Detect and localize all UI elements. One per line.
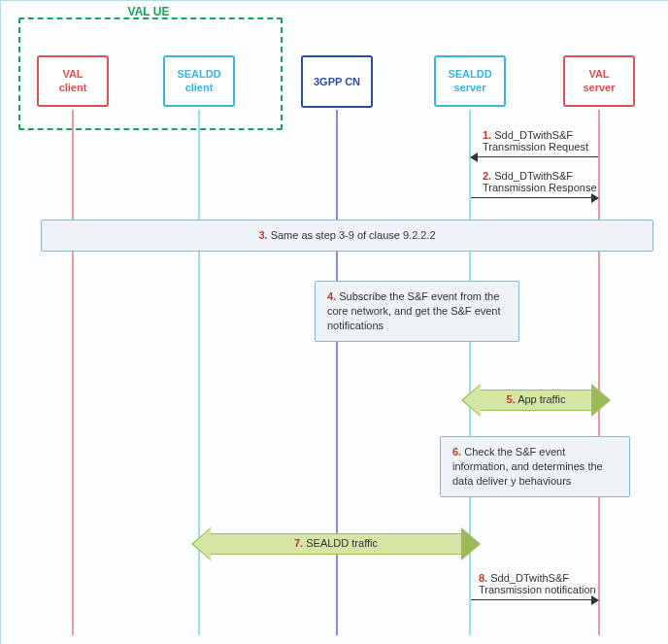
arrow-msg2 <box>471 197 598 198</box>
note-step4: 4. Subscribe the S&F event from the core… <box>315 281 519 342</box>
participant-3gpp-cn: 3GPP CN <box>301 55 373 108</box>
label-msg8: 8. Sdd_DTwithS&FTransmission notificatio… <box>479 572 596 595</box>
participant-val-client: VAL client <box>37 55 109 107</box>
label-msg1: 1. Sdd_DTwithS&FTransmission Request <box>483 129 588 153</box>
arrow-msg1 <box>471 156 598 157</box>
lifeline-val-client <box>72 110 74 635</box>
sequence-diagram: VAL UE VAL client SEALDD client 3GPP CN … <box>0 0 668 644</box>
note-step6: 6. Check the S&F event information, and … <box>440 436 630 497</box>
note-step3: 3. Same as step 3-9 of clause 9.2.2.2 <box>41 220 653 252</box>
arrow-msg8 <box>471 599 598 600</box>
fat-arrow-7: 7. SEALDD traffic <box>210 533 462 555</box>
participant-sealdd-client: SEALDD client <box>163 55 235 107</box>
participant-sealdd-server: SEALDD server <box>434 55 506 107</box>
lifeline-val-server <box>598 110 600 635</box>
participant-val-server: VAL server <box>563 55 635 107</box>
label-msg2: 2. Sdd_DTwithS&FTransmission Response <box>483 170 597 193</box>
fat-arrow-5: 5. App traffic <box>480 390 592 411</box>
lifeline-3gpp-cn <box>336 110 338 635</box>
val-ue-label: VAL UE <box>110 5 187 18</box>
